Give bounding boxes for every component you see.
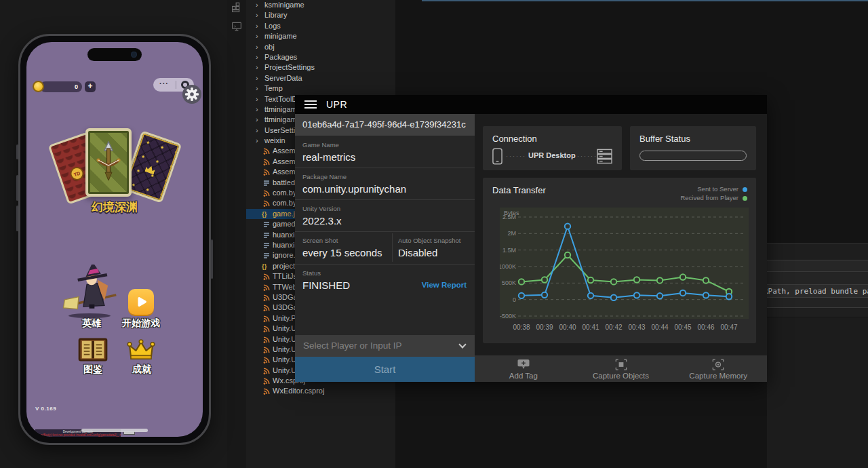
svg-text:00:47: 00:47 (720, 324, 737, 331)
phone-screen: 0 + ··· (26, 42, 203, 437)
svg-text:2M: 2M (507, 230, 516, 237)
tree-item-ksminigame[interactable]: ›ksminigame (246, 0, 395, 10)
hero-witch-sprite[interactable] (62, 265, 121, 316)
buffer-status-card: Buffer Status (630, 126, 756, 170)
console-log-text: kPath, preload bundle path: unde (767, 287, 868, 296)
version-text: V 0.169 (35, 406, 56, 412)
csharp-file-icon (262, 325, 271, 333)
activity-bar (227, 0, 246, 468)
front-camera (131, 52, 137, 58)
chevron-right-icon: › (256, 10, 258, 20)
panel-background (767, 317, 868, 468)
dynamic-island (87, 48, 142, 61)
svg-text:Bytes: Bytes (504, 210, 519, 216)
svg-text:00:46: 00:46 (697, 324, 714, 331)
connection-diagram: ······ UPR Desktop ······ (492, 148, 612, 165)
status-label: Status (302, 269, 321, 277)
csharp-file-icon (262, 346, 271, 354)
csharp-file-icon (262, 304, 271, 312)
chevron-right-icon: › (256, 104, 258, 115)
settings-gear-button[interactable] (182, 85, 201, 104)
menu-icon[interactable] (304, 100, 317, 109)
console-row (767, 243, 868, 260)
card-crossbow (85, 128, 132, 197)
csharp-file-icon (262, 377, 271, 385)
play-icon (134, 294, 149, 309)
tree-item-projectsettings[interactable]: ›ProjectSettings (246, 62, 395, 73)
add-tag-button[interactable]: Add Tag (475, 355, 572, 382)
svg-text:00:45: 00:45 (674, 324, 691, 331)
svg-text:00:38: 00:38 (513, 324, 530, 331)
data-transfer-card: Data Transfer Sent to Server Recived fro… (483, 178, 756, 343)
extensions-icon[interactable] (231, 2, 242, 16)
legend-item: Sent to Server (680, 184, 747, 193)
tree-item-packages[interactable]: ›Packages (246, 52, 395, 62)
capture-objects-label: Capture Objects (593, 372, 649, 380)
legend-label: Recived from Player (680, 194, 738, 201)
capture-memory-button[interactable]: Capture Memory (669, 355, 767, 382)
chevron-right-icon: › (256, 52, 258, 62)
tree-item-logs[interactable]: ›Logs (246, 21, 395, 31)
chevron-right-icon: › (256, 0, 258, 10)
tree-item-temp[interactable]: ›Temp (246, 83, 395, 94)
add-coins-button[interactable]: + (85, 81, 96, 92)
capture-objects-icon (615, 359, 627, 370)
console-row (767, 260, 868, 271)
capture-memory-icon (712, 359, 724, 370)
start-game-label: 开始游戏 (120, 317, 162, 330)
chevron-right-icon: › (256, 125, 258, 136)
witch-icon (62, 265, 121, 316)
csharp-file-icon (262, 189, 271, 197)
tree-item-obj[interactable]: ›obj (246, 42, 395, 52)
chevron-down-icon (458, 340, 466, 348)
tree-item-minigame[interactable]: ›minigame (246, 31, 395, 41)
achievement-label: 成就 (121, 364, 162, 376)
remote-monitor-icon[interactable] (231, 21, 242, 35)
pixel-td-badge: TD (68, 165, 85, 182)
start-game-button[interactable] (128, 289, 154, 315)
server-icon (597, 149, 612, 167)
tree-item-wxeditor-csproj[interactable]: WxEditor.csproj (246, 386, 395, 396)
hero-label: 英雄 (71, 317, 112, 330)
start-button[interactable]: Start (295, 357, 475, 382)
svg-text:1000K: 1000K (500, 263, 516, 270)
player-select-dropdown[interactable]: Select Player or Input IP (295, 335, 475, 357)
view-report-link[interactable]: View Report (422, 281, 467, 289)
chevron-right-icon: › (256, 83, 258, 94)
coin-count: 0 (75, 83, 78, 90)
session-id: 01eb6a4d-7a17-495f-96d4-e1739f34231c (295, 114, 475, 136)
chevron-right-icon: › (256, 42, 258, 52)
home-indicator[interactable] (81, 429, 148, 432)
console-row (767, 297, 868, 307)
more-button[interactable]: ··· (159, 79, 169, 87)
game-name-value: real-metrics (302, 151, 355, 163)
achievement-crown-button[interactable] (127, 339, 155, 361)
chevron-right-icon: › (256, 115, 258, 125)
csharp-file-icon (262, 294, 271, 302)
coin-icon (33, 81, 44, 92)
capture-objects-button[interactable]: Capture Objects (572, 355, 670, 382)
add-tag-label: Add Tag (509, 372, 538, 380)
phone-power-button (211, 239, 213, 279)
tree-item-serverdata[interactable]: ›ServerData (246, 73, 395, 83)
json-file-icon: {} (262, 209, 267, 219)
svg-text:00:44: 00:44 (651, 324, 668, 331)
svg-text:500K: 500K (502, 279, 516, 286)
chart-legend: Sent to Server Recived from Player (680, 184, 747, 202)
phone-volume-up (16, 175, 18, 201)
package-name-label: Package Name (302, 173, 347, 180)
buffer-status-title: Buffer Status (639, 134, 690, 144)
data-transfer-chart: 2.5M2M1.5M1000K500K0-500KBytes00:3800:39… (500, 208, 749, 338)
game-title: 幻境深渊 (26, 199, 203, 215)
svg-text:00:41: 00:41 (582, 324, 599, 331)
svg-text:00:42: 00:42 (605, 324, 622, 331)
chevron-right-icon: › (256, 21, 258, 31)
tree-item-library[interactable]: ›Library (246, 10, 395, 20)
capsule-divider (176, 81, 176, 89)
screen-shot-label: Screen Shot (302, 237, 338, 244)
json-file-icon: {} (262, 261, 267, 271)
auto-snapshot-label: Auto Object Snapshot (398, 237, 460, 244)
connection-card: Connection ······ UPR Desktop ······ (483, 126, 622, 170)
collection-book-button[interactable] (78, 338, 108, 362)
upr-title: UPR (326, 99, 347, 110)
